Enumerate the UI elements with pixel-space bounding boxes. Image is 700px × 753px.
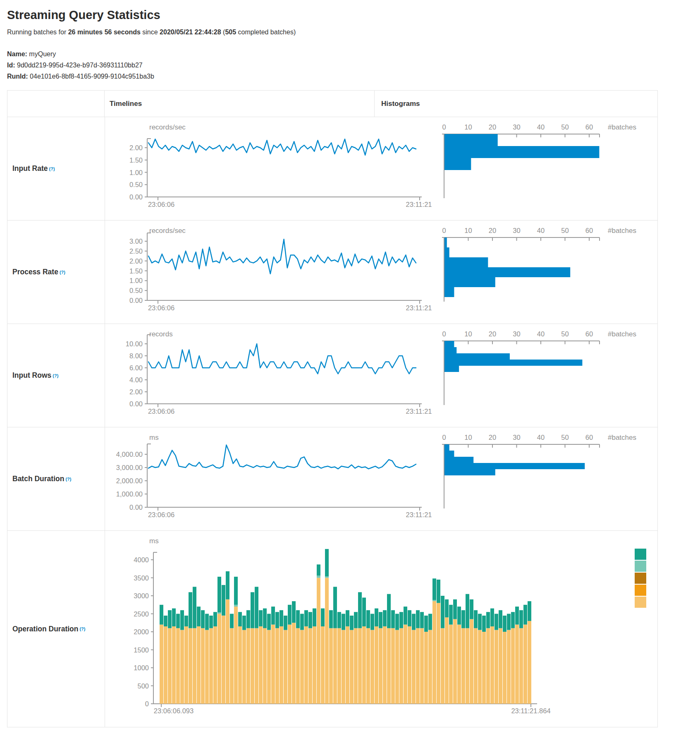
operation-duration-bar-segment — [346, 626, 349, 704]
query-name-label: Name: — [7, 50, 27, 58]
operation-duration-bar-segment — [308, 612, 312, 628]
operation-duration-bar-segment — [412, 630, 416, 704]
operation-duration-bar-segment — [180, 610, 184, 630]
svg-text:2,000.00: 2,000.00 — [116, 477, 143, 484]
operation-duration-bar-segment — [317, 564, 320, 576]
operation-duration-bar-segment — [263, 609, 267, 628]
query-name-value: myQuery — [29, 50, 56, 58]
operation-duration-bar-segment — [445, 617, 449, 704]
operation-duration-bar-segment — [482, 616, 486, 632]
process-rate-row: records/sec0.000.501.001.502.002.503.002… — [7, 221, 657, 324]
operation-duration-bar-segment — [238, 626, 242, 704]
batch-duration-help-icon[interactable]: (?) — [65, 477, 71, 482]
legend-swatch — [635, 561, 646, 572]
header-cell-empty — [7, 91, 105, 117]
operation-duration-bar-segment — [495, 614, 498, 630]
svg-text:500: 500 — [137, 682, 149, 690]
operation-duration-bar-segment — [308, 628, 312, 704]
operation-duration-bar-segment — [354, 612, 358, 628]
operation-duration-bar-segment — [168, 610, 172, 628]
operation-duration-bar-segment — [424, 632, 428, 704]
svg-text:40: 40 — [537, 434, 545, 441]
input-rows-help-icon[interactable]: (?) — [53, 373, 58, 378]
svg-text:40: 40 — [537, 123, 545, 131]
process-rate-histogram: 0102030405060#batches — [442, 227, 636, 302]
operation-duration-bar-segment — [193, 587, 196, 628]
operation-duration-bar-segment — [304, 610, 308, 626]
page-title: Streaming Query Statistics — [7, 8, 700, 22]
operation-duration-bar-segment — [304, 626, 308, 704]
input-rows-histogram: 0102030405060#batches — [442, 330, 636, 405]
svg-text:60: 60 — [585, 330, 593, 338]
svg-text:23:11:21: 23:11:21 — [406, 408, 432, 415]
operation-duration-bar-segment — [387, 594, 391, 628]
operation-duration-bar-segment — [172, 609, 176, 627]
svg-text:records/sec: records/sec — [149, 123, 186, 131]
operation-duration-bar-segment — [275, 612, 279, 628]
operation-duration-bar-segment — [176, 628, 180, 704]
operation-duration-bar-segment — [478, 614, 482, 630]
operation-duration-bar-segment — [445, 600, 449, 618]
svg-text:23:11:21: 23:11:21 — [406, 511, 432, 518]
input-rows-histogram-bar — [444, 341, 454, 347]
operation-duration-bar-segment — [379, 628, 382, 704]
process-rate-histogram-bar — [444, 287, 454, 297]
operation-duration-bar-segment — [437, 603, 440, 704]
svg-text:10: 10 — [464, 330, 472, 338]
input-rows-histogram-bar — [444, 366, 459, 372]
operation-duration-bar-segment — [255, 587, 258, 628]
operation-duration-bar-segment — [329, 628, 333, 704]
operation-duration-bar-segment — [164, 616, 167, 626]
operation-duration-bar-segment — [383, 626, 387, 704]
operation-duration-bar-segment — [366, 610, 370, 628]
operation-duration-bar-segment — [461, 628, 465, 704]
operation-duration-bar-segment — [213, 626, 217, 704]
operation-duration-bar-segment — [205, 614, 209, 630]
batch-duration-histogram-bar — [444, 457, 473, 463]
svg-text:0.00: 0.00 — [129, 504, 143, 511]
svg-text:23:06:06: 23:06:06 — [148, 408, 174, 415]
operation-duration-bar-segment — [420, 628, 424, 704]
operation-duration-help-icon[interactable]: (?) — [79, 626, 85, 631]
summary-batch-count: 505 — [225, 29, 236, 36]
query-name-line: Name: myQuery — [7, 48, 700, 60]
process-rate-help-icon[interactable]: (?) — [60, 270, 65, 275]
stats-table: Timelines Histograms records/sec0.000.50… — [7, 90, 658, 727]
column-divider — [105, 531, 105, 727]
operation-duration-bar-segment — [404, 607, 407, 625]
svg-text:40: 40 — [537, 330, 545, 338]
operation-duration-row: ms0500100015002000250030003500400023:06:… — [7, 531, 657, 727]
operation-duration-bar-segment — [284, 616, 287, 630]
operation-duration-bar-segment — [370, 630, 374, 704]
svg-text:records: records — [149, 330, 173, 338]
operation-duration-bar-segment — [350, 630, 354, 704]
svg-text:0.00: 0.00 — [129, 297, 143, 304]
operation-duration-bar-segment — [246, 610, 250, 628]
operation-duration-bar-segment — [259, 626, 263, 704]
operation-duration-bar-segment — [325, 549, 329, 576]
operation-duration-bar-segment — [242, 630, 246, 704]
process-rate-histogram-bar — [444, 277, 495, 287]
svg-text:50: 50 — [561, 123, 569, 131]
svg-text:records/sec: records/sec — [149, 227, 186, 235]
operation-duration-bar-segment — [466, 628, 469, 704]
operation-duration-bar-segment — [387, 628, 391, 704]
operation-duration-bar-segment — [251, 628, 254, 704]
operation-duration-bar-segment — [189, 592, 192, 628]
operation-duration-bar-segment — [358, 592, 362, 628]
operation-duration-bar-segment — [197, 626, 201, 704]
operation-duration-bar-segment — [184, 616, 188, 626]
operation-duration-bar-segment — [515, 607, 519, 625]
operation-duration-bar-segment — [399, 612, 403, 628]
input-rate-histogram: 0102030405060#batches — [442, 123, 636, 198]
operation-duration-bar-segment — [358, 628, 362, 704]
svg-text:3000: 3000 — [134, 592, 149, 600]
operation-duration-bar-segment — [523, 605, 527, 625]
operation-duration-bar-segment — [383, 610, 387, 626]
svg-text:20: 20 — [489, 227, 496, 234]
svg-text:10.00: 10.00 — [126, 340, 143, 348]
column-divider — [105, 117, 105, 220]
input-rate-help-icon[interactable]: (?) — [49, 166, 55, 171]
stats-table-header-row: Timelines Histograms — [7, 91, 657, 117]
operation-duration-bar-segment — [222, 616, 225, 704]
